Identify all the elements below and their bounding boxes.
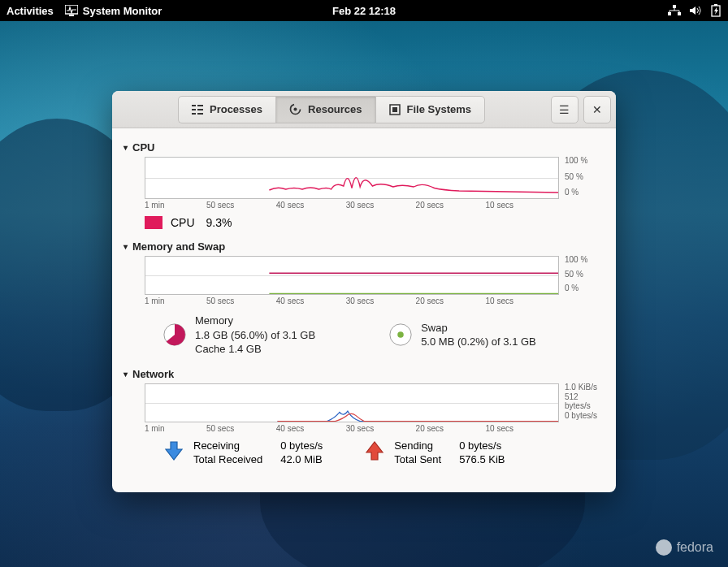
- disclosure-triangle-icon: ▾: [124, 370, 128, 379]
- memory-chart: 100 % 50 % 0 % 1 min50 secs40 secs30 sec…: [145, 256, 604, 305]
- cpu-chart: 100 % 50 % 0 % 1 min50 secs40 secs30 sec…: [145, 157, 604, 210]
- memory-indicator: Memory 1.8 GB (56.0%) of 3.1 GB Cache 1.…: [162, 314, 315, 357]
- tab-processes[interactable]: Processes: [178, 96, 275, 123]
- processes-icon: [192, 104, 203, 115]
- cpu-color-swatch: [145, 216, 162, 229]
- svg-rect-4: [678, 12, 681, 15]
- svg-rect-6: [714, 4, 717, 6]
- disclosure-triangle-icon: ▾: [124, 143, 128, 152]
- cpu-legend: CPU 9.3%: [145, 216, 604, 229]
- svg-point-14: [294, 108, 297, 111]
- system-monitor-window: Processes Resources File Systems ☰ ✕: [112, 91, 616, 492]
- close-icon: ✕: [592, 103, 602, 116]
- gnome-topbar: Activities System Monitor Feb 22 12:18: [0, 0, 728, 21]
- system-monitor-icon: [65, 5, 78, 16]
- svg-rect-10: [197, 109, 203, 110]
- resources-icon: [289, 103, 301, 115]
- svg-rect-11: [192, 113, 196, 115]
- svg-rect-3: [668, 12, 671, 15]
- fedora-watermark: fedora: [656, 539, 713, 556]
- volume-icon[interactable]: [689, 5, 702, 16]
- fedora-logo-icon: [656, 539, 672, 556]
- hamburger-icon: ☰: [559, 103, 570, 116]
- memory-pie-icon: [162, 322, 187, 347]
- close-button[interactable]: ✕: [583, 96, 611, 123]
- tab-filesystems[interactable]: File Systems: [375, 96, 486, 123]
- memory-section-header[interactable]: ▾ Memory and Swap: [124, 240, 604, 253]
- app-name: System Monitor: [83, 5, 162, 17]
- network-icon[interactable]: [668, 5, 681, 16]
- svg-point-19: [397, 332, 404, 339]
- svg-rect-16: [392, 107, 397, 112]
- net-receiving: Receiving 0 bytes/s Total Received 42.0 …: [162, 439, 323, 465]
- cpu-section-header[interactable]: ▾ CPU: [124, 141, 604, 154]
- filesystems-icon: [389, 104, 401, 115]
- network-section-header[interactable]: ▾ Network: [124, 368, 604, 380]
- view-switcher: Processes Resources File Systems: [178, 96, 485, 123]
- battery-icon[interactable]: [710, 4, 722, 17]
- disclosure-triangle-icon: ▾: [124, 242, 128, 251]
- clock[interactable]: Feb 22 12:18: [332, 5, 396, 17]
- svg-rect-8: [197, 105, 203, 106]
- desktop-wallpaper: fedora Processes Resources File Systems …: [0, 21, 728, 567]
- swap-pie-icon: [388, 322, 413, 347]
- svg-rect-12: [197, 113, 203, 115]
- net-sending: Sending 0 bytes/s Total Sent 576.5 KiB: [363, 439, 505, 465]
- swap-indicator: Swap 5.0 MB (0.2%) of 3.1 GB: [388, 314, 536, 357]
- svg-rect-7: [192, 105, 196, 106]
- cpu-percent: 9.3%: [206, 216, 232, 229]
- network-chart: 1.0 KiB/s 512 bytes/s 0 bytes/s 1 min50 …: [145, 383, 604, 433]
- svg-rect-1: [69, 15, 74, 16]
- download-arrow-icon: [162, 439, 185, 462]
- menu-button[interactable]: ☰: [551, 96, 578, 123]
- svg-rect-9: [192, 109, 196, 110]
- headerbar: Processes Resources File Systems ☰ ✕: [112, 91, 616, 128]
- app-menu[interactable]: System Monitor: [65, 5, 162, 17]
- svg-rect-2: [673, 5, 676, 8]
- upload-arrow-icon: [363, 439, 386, 462]
- tab-resources[interactable]: Resources: [275, 96, 375, 123]
- activities-button[interactable]: Activities: [6, 5, 54, 17]
- resources-content: ▾ CPU 100 % 50 % 0 %: [112, 128, 616, 492]
